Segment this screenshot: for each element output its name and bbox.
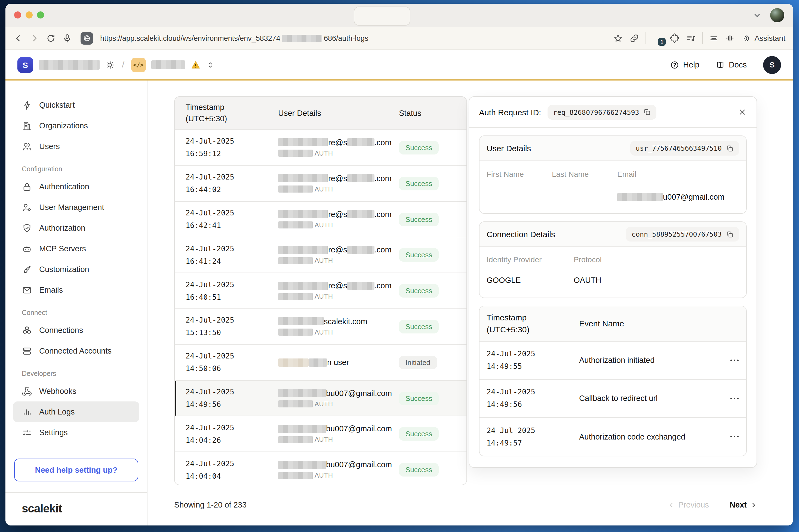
more-options-icon[interactable] <box>730 397 739 399</box>
redacted-text <box>278 257 313 264</box>
event-row[interactable]: 24-Jul-202514:49:56Callback to redirect … <box>480 379 746 418</box>
environment-switcher-icon[interactable] <box>206 61 214 69</box>
microphone-icon[interactable] <box>62 33 72 43</box>
gear-icon[interactable] <box>105 60 115 70</box>
connection-id-chip[interactable]: conn_58895255700767503 <box>626 227 739 242</box>
assistant-button[interactable]: Assistant <box>741 34 785 43</box>
status-badge: Success <box>399 463 439 476</box>
log-timestamp: 24-Jul-202514:04:26 <box>186 422 278 446</box>
assistant-icon <box>741 34 750 43</box>
text: bu007@gmail.com <box>326 389 392 397</box>
browser-profile-avatar[interactable] <box>770 8 784 22</box>
workspace-logo[interactable]: S <box>17 57 33 73</box>
site-info-badge[interactable] <box>80 32 93 44</box>
main-content: Timestamp (UTC+5:30) User Details Status… <box>148 80 793 526</box>
forward-icon[interactable] <box>30 33 40 43</box>
sidebar-item-quickstart[interactable]: Quickstart <box>5 95 147 115</box>
redacted-text <box>347 174 374 182</box>
chevron-right-icon <box>750 501 757 508</box>
redacted-text <box>347 282 374 290</box>
log-row[interactable]: 24-Jul-202516:40:51re@s.comAUTHSuccess <box>175 273 466 309</box>
event-row[interactable]: 24-Jul-202514:49:55Authorization initiat… <box>480 341 746 379</box>
event-row[interactable]: 24-Jul-202514:49:57Authorization code ex… <box>480 418 746 456</box>
extensions-puzzle-icon[interactable] <box>669 33 680 43</box>
log-row[interactable]: 24-Jul-202516:41:24re@s.comAUTHSuccess <box>175 238 466 273</box>
log-timestamp: 24-Jul-202516:44:02 <box>186 171 278 196</box>
log-row[interactable]: 24-Jul-202515:13:50scalekit.comAUTHSucce… <box>175 309 466 345</box>
sidebar: QuickstartOrganizationsUsersConfiguratio… <box>5 80 148 526</box>
sidebar-item-users[interactable]: Users <box>5 136 147 157</box>
user-avatar[interactable]: S <box>763 56 781 74</box>
text: .com <box>374 281 392 290</box>
redacted-text <box>278 150 313 157</box>
help-button[interactable]: Help <box>670 60 700 69</box>
sidebar-item-auth-logs[interactable]: Auth Logs <box>13 401 140 422</box>
text: bu007@gmail.com <box>326 460 392 469</box>
copy-link-icon[interactable] <box>629 33 639 43</box>
log-row[interactable]: 24-Jul-202516:59:12re@s.comAUTHSuccess <box>175 130 466 166</box>
column-status: Status <box>399 108 466 119</box>
log-timestamp: 24-Jul-202515:13:50 <box>186 314 278 339</box>
browser-window: https://app.scalekit.cloud/ws/environmen… <box>5 4 793 526</box>
minimize-window-button[interactable] <box>25 12 33 19</box>
need-help-button[interactable]: Need help setting up? <box>14 459 138 481</box>
sidebar-item-connected-accounts[interactable]: Connected Accounts <box>5 341 147 361</box>
docs-button[interactable]: Docs <box>716 60 747 69</box>
redacted-text <box>347 246 374 254</box>
redacted-text <box>278 138 328 147</box>
status-badge: Success <box>399 320 439 334</box>
redacted-text <box>278 358 309 366</box>
sidebar-item-customization[interactable]: Customization <box>5 259 147 280</box>
log-timestamp: 24-Jul-202514:50:06 <box>186 350 278 375</box>
more-options-icon[interactable] <box>730 436 739 437</box>
log-row[interactable]: 24-Jul-202514:04:04bu007@gmail.comAUTHSu… <box>175 452 466 485</box>
browser-tab[interactable] <box>354 6 410 25</box>
reading-list-icon[interactable] <box>709 33 719 43</box>
sidebar-item-label: Quickstart <box>39 101 75 109</box>
equalizer-icon[interactable] <box>725 33 735 43</box>
log-row[interactable]: 24-Jul-202516:42:41re@s.comAUTHSuccess <box>175 202 466 238</box>
zoom-window-button[interactable] <box>37 12 44 19</box>
bookmark-star-icon[interactable] <box>613 33 623 43</box>
reload-icon[interactable] <box>46 33 56 43</box>
text: AUTH <box>315 472 333 479</box>
user-id-chip[interactable]: usr_77567465663497510 <box>630 141 739 156</box>
sidebar-item-user-management[interactable]: User Management <box>5 197 147 217</box>
playlist-icon[interactable] <box>686 33 696 43</box>
next-button[interactable]: Next <box>730 500 757 509</box>
more-options-icon[interactable] <box>730 359 739 361</box>
log-user-details: bu007@gmail.comAUTH <box>278 460 399 479</box>
auth-request-id-chip[interactable]: req_82680796766274593 <box>547 105 656 119</box>
log-row[interactable]: 24-Jul-202514:50:06n userInitiated <box>175 345 466 381</box>
back-icon[interactable] <box>13 33 23 43</box>
traffic-lights <box>14 12 44 19</box>
sidebar-item-emails[interactable]: Emails <box>5 280 147 300</box>
sidebar-item-organizations[interactable]: Organizations <box>5 115 147 136</box>
log-row[interactable]: 24-Jul-202516:44:02re@s.comAUTHSuccess <box>175 166 466 202</box>
sidebar-item-authentication[interactable]: Authentication <box>5 176 147 197</box>
sidebar-item-mcp-servers[interactable]: MCP Servers <box>5 238 147 259</box>
sidebar-item-connections[interactable]: Connections <box>5 320 147 341</box>
sidebar-item-label: Auth Logs <box>39 407 75 416</box>
user-details-card: User Details usr_77567465663497510 First… <box>479 135 747 214</box>
log-row[interactable]: 24-Jul-202514:49:56bu007@gmail.comAUTHSu… <box>175 380 466 416</box>
users-icon <box>22 141 32 152</box>
sidebar-item-settings[interactable]: Settings <box>5 422 147 443</box>
text: .com <box>374 174 392 183</box>
log-row[interactable]: 24-Jul-202514:04:26bu007@gmail.comAUTHSu… <box>175 416 466 452</box>
event-timestamp: 24-Jul-202514:49:56 <box>487 386 579 411</box>
redacted-text <box>278 186 313 193</box>
chevron-down-icon[interactable] <box>753 11 761 20</box>
address-bar[interactable]: https://app.scalekit.cloud/ws/environmen… <box>100 34 369 42</box>
email-value: u007@gmail.com <box>617 193 739 201</box>
close-icon[interactable] <box>738 108 747 116</box>
close-window-button[interactable] <box>14 12 21 19</box>
auth-request-id-label: Auth Request ID: <box>479 108 541 117</box>
breadcrumb-divider: / <box>122 59 124 70</box>
status-badge: Success <box>399 248 439 262</box>
previous-button[interactable]: Previous <box>668 500 709 509</box>
event-timestamp: 24-Jul-202514:49:55 <box>487 347 579 373</box>
sidebar-item-authorization[interactable]: Authorization <box>5 217 147 238</box>
extension-pinned-icon[interactable]: 1 <box>652 32 664 44</box>
sidebar-item-webhooks[interactable]: Webhooks <box>5 381 147 401</box>
